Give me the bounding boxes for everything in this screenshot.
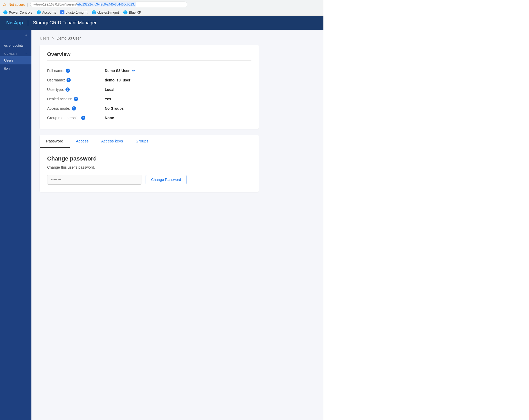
help-icon-denied-access[interactable]: ? — [74, 97, 78, 101]
url-domain: 192.168.0.80/ui/#/users/ — [43, 3, 77, 6]
overview-label-denied-access: Denied access: ? — [47, 97, 105, 101]
sidebar: ^ es endpoints GEMENT ^ Users tion — [0, 30, 31, 420]
tabs-container: Password Access Access keys Groups Chang… — [40, 135, 259, 192]
overview-row-access-mode: Access mode: ? No Groups — [47, 104, 251, 113]
bookmark-label: Power Controls — [9, 10, 32, 14]
change-password-description: Change this user's password. — [47, 165, 251, 169]
overview-title: Overview — [47, 51, 251, 61]
overview-label-access-mode: Access mode: ? — [47, 106, 105, 110]
overview-value-usertype: Local — [105, 87, 114, 92]
tab-access[interactable]: Access — [70, 135, 95, 148]
overview-value-denied-access: Yes — [105, 97, 111, 101]
overview-value-username: demo_s3_user — [105, 78, 130, 82]
bookmark-cluster1[interactable]: ■ cluster1-mgmt — [60, 10, 87, 14]
square-icon-cluster1: ■ — [60, 10, 64, 14]
tab-access-keys[interactable]: Access keys — [95, 135, 129, 148]
bookmark-accounts[interactable]: 🌐 Accounts — [36, 10, 56, 14]
bookmark-label: Blue XP — [129, 10, 141, 14]
chevron-up-icon: ^ — [26, 52, 27, 55]
overview-value-group-membership: None — [105, 116, 114, 120]
tab-groups[interactable]: Groups — [129, 135, 155, 148]
breadcrumb: Users > Demo S3 User — [40, 36, 259, 40]
bookmark-cluster2[interactable]: 🌐 cluster2-mgmt — [92, 10, 119, 14]
overview-row-denied-access: Denied access: ? Yes — [47, 94, 251, 104]
overview-row-group-membership: Group membership: ? None — [47, 113, 251, 123]
help-icon-access-mode[interactable]: ? — [72, 106, 76, 110]
password-input-row: Change Password — [47, 175, 251, 185]
bookmark-blue-xp[interactable]: 🌐 Blue XP — [123, 10, 141, 14]
globe-icon-accounts: 🌐 — [36, 10, 41, 14]
change-password-button[interactable]: Change Password — [146, 175, 186, 184]
header-divider: | — [27, 19, 29, 26]
overview-row-username: Username: ? demo_s3_user — [47, 75, 251, 85]
edit-fullname-icon[interactable]: ✏ — [132, 69, 135, 73]
sidebar-item-label: tion — [4, 67, 10, 70]
url-prefix: https:// — [34, 3, 43, 6]
globe-icon-cluster2: 🌐 — [92, 10, 96, 14]
sidebar-item-tion[interactable]: tion — [0, 64, 31, 73]
main-layout: ^ es endpoints GEMENT ^ Users tion Users… — [0, 30, 323, 420]
sidebar-item-platform-services[interactable]: es endpoints — [0, 41, 31, 50]
help-icon-fullname[interactable]: ? — [66, 69, 70, 73]
help-icon-group-membership[interactable]: ? — [81, 116, 85, 120]
help-icon-usertype[interactable]: ? — [65, 87, 70, 92]
password-input[interactable] — [47, 175, 141, 185]
sidebar-section-label: GEMENT — [4, 52, 17, 55]
sidebar-item-label: es endpoints — [4, 43, 24, 47]
overview-card: Overview Full name: ? Demo S3 User ✏ Use… — [40, 45, 259, 129]
app-logo: NetApp — [6, 20, 23, 26]
sidebar-section-management: GEMENT ^ — [0, 50, 31, 56]
main-content: Users > Demo S3 User Overview Full name:… — [31, 30, 323, 420]
bookmark-power-controls[interactable]: 🌐 Power Controls — [3, 10, 32, 14]
globe-icon-power: 🌐 — [3, 10, 8, 14]
separator: | — [27, 3, 28, 7]
sidebar-item-label: Users — [4, 58, 13, 62]
overview-value-fullname: Demo S3 User ✏ — [105, 69, 135, 73]
breadcrumb-parent[interactable]: Users — [40, 36, 49, 40]
overview-label-usertype: User type: ? — [47, 87, 105, 92]
url-path: ebc132e2-cfc3-42c0-a445-3b4465cb523c — [77, 2, 136, 7]
app-title: StorageGRID Tenant Manager — [33, 20, 97, 26]
overview-label-group-membership: Group membership: ? — [47, 116, 105, 120]
sidebar-collapse-button[interactable]: ^ — [0, 32, 31, 41]
overview-row-usertype: User type: ? Local — [47, 85, 251, 94]
bookmarks-bar: 🌐 Power Controls 🌐 Accounts ■ cluster1-m… — [0, 9, 323, 16]
tabs-header: Password Access Access keys Groups — [40, 135, 259, 148]
change-password-title: Change password — [47, 155, 251, 162]
bookmark-label: cluster1-mgmt — [66, 10, 87, 14]
overview-value-access-mode: No Groups — [105, 106, 124, 110]
help-icon-username[interactable]: ? — [67, 78, 71, 82]
tab-password[interactable]: Password — [40, 135, 70, 148]
globe-icon-blue-xp: 🌐 — [123, 10, 128, 14]
breadcrumb-current: Demo S3 User — [57, 36, 81, 40]
not-secure-label: Not secure — [9, 3, 25, 7]
bookmark-label: Accounts — [42, 10, 56, 14]
overview-label-username: Username: ? — [47, 78, 105, 82]
overview-row-fullname: Full name: ? Demo S3 User ✏ — [47, 66, 251, 75]
url-bar[interactable]: https://192.168.0.80/ui/#/users/ebc132e2… — [30, 2, 187, 7]
app-header: NetApp | StorageGRID Tenant Manager — [0, 16, 323, 30]
sidebar-item-users[interactable]: Users — [0, 56, 31, 64]
password-tab-content: Change password Change this user's passw… — [40, 148, 259, 192]
bookmark-label: cluster2-mgmt — [97, 10, 119, 14]
breadcrumb-separator: > — [52, 36, 55, 40]
warning-icon: ⚠ — [3, 2, 7, 7]
browser-bar: ⚠ Not secure | https://192.168.0.80/ui/#… — [0, 0, 323, 9]
overview-label-fullname: Full name: ? — [47, 69, 105, 73]
